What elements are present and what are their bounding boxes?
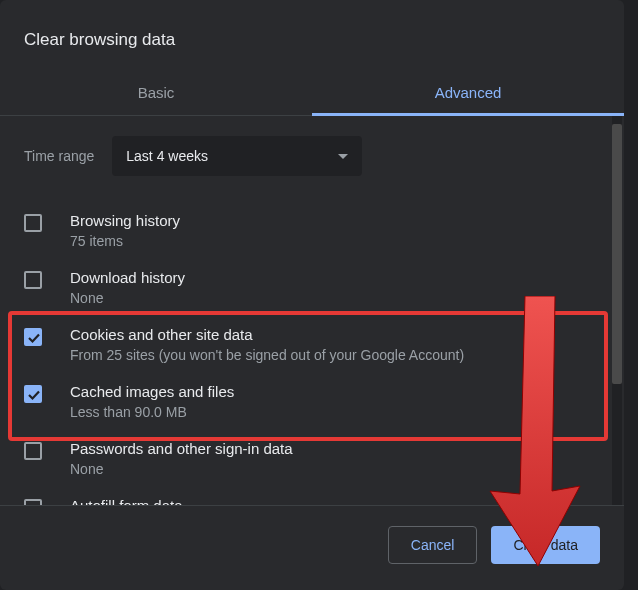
tab-advanced-label: Advanced [435, 84, 502, 101]
cancel-button[interactable]: Cancel [388, 526, 478, 564]
time-range-label: Time range [24, 148, 94, 164]
option-autofill[interactable]: Autofill form data [24, 487, 600, 505]
tab-advanced[interactable]: Advanced [312, 70, 624, 115]
option-sub: From 25 sites (you won't be signed out o… [70, 347, 600, 363]
option-sub: None [70, 290, 600, 306]
time-range-select[interactable]: Last 4 weeks [112, 136, 362, 176]
checkbox-autofill[interactable] [24, 499, 42, 505]
tab-bar: Basic Advanced [0, 70, 624, 116]
chevron-down-icon [338, 154, 348, 159]
option-sub: Less than 90.0 MB [70, 404, 600, 420]
option-sub: 75 items [70, 233, 600, 249]
check-icon [25, 386, 43, 404]
clear-browsing-data-dialog: Clear browsing data Basic Advanced Time … [0, 0, 624, 590]
cancel-button-label: Cancel [411, 537, 455, 553]
option-sub: None [70, 461, 600, 477]
option-title: Passwords and other sign-in data [70, 440, 600, 457]
checkbox-passwords[interactable] [24, 442, 42, 460]
option-cached[interactable]: Cached images and files Less than 90.0 M… [24, 373, 600, 430]
time-range-row: Time range Last 4 weeks [24, 136, 600, 176]
time-range-value: Last 4 weeks [126, 148, 208, 164]
checkbox-download-history[interactable] [24, 271, 42, 289]
dialog-footer: Cancel Clear data [0, 505, 624, 590]
option-title: Download history [70, 269, 600, 286]
checkbox-browsing-history[interactable] [24, 214, 42, 232]
tab-basic-label: Basic [138, 84, 175, 101]
tab-basic[interactable]: Basic [0, 70, 312, 115]
content-area: Time range Last 4 weeks Browsing history… [0, 116, 624, 505]
option-title: Browsing history [70, 212, 600, 229]
checkbox-cached[interactable] [24, 385, 42, 403]
option-title: Cached images and files [70, 383, 600, 400]
option-passwords[interactable]: Passwords and other sign-in data None [24, 430, 600, 487]
checkbox-cookies[interactable] [24, 328, 42, 346]
scrollbar-track[interactable] [612, 116, 622, 505]
scroll-area: Time range Last 4 weeks Browsing history… [0, 116, 624, 505]
option-browsing-history[interactable]: Browsing history 75 items [24, 202, 600, 259]
option-title: Autofill form data [70, 497, 600, 505]
option-cookies[interactable]: Cookies and other site data From 25 site… [24, 316, 600, 373]
clear-data-button[interactable]: Clear data [491, 526, 600, 564]
check-icon [25, 329, 43, 347]
clear-data-button-label: Clear data [513, 537, 578, 553]
dialog-title: Clear browsing data [0, 0, 624, 70]
option-title: Cookies and other site data [70, 326, 600, 343]
scrollbar-thumb[interactable] [612, 124, 622, 384]
option-download-history[interactable]: Download history None [24, 259, 600, 316]
